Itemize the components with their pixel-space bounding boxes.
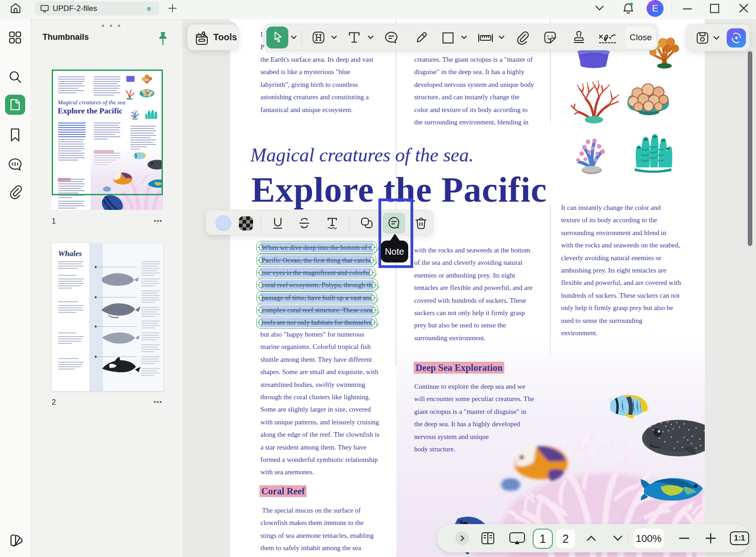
svg-text:Whales: Whales xyxy=(58,249,82,258)
